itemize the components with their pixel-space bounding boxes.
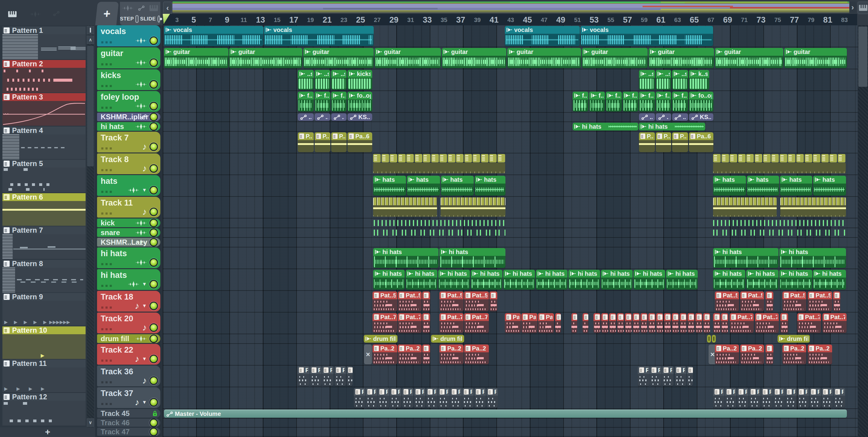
pattern-clip-narrow[interactable] xyxy=(680,313,687,333)
pattern-group-clip[interactable] xyxy=(373,197,437,217)
audio-clip-hats[interactable]: hats xyxy=(373,176,406,196)
pattern-collapse-button[interactable] xyxy=(87,26,94,34)
audio-clip-hi-hats[interactable]: hi hats xyxy=(666,270,698,290)
audio-clip--s[interactable]: ..s xyxy=(298,70,314,90)
note-ticks-clip[interactable] xyxy=(374,220,505,226)
audio-clip-guitar[interactable]: guitar xyxy=(229,48,302,68)
pattern-clip[interactable] xyxy=(571,313,577,333)
overview-minimap[interactable] xyxy=(173,1,849,13)
pattern-clip-narrow[interactable] xyxy=(695,313,702,333)
pattern-pill[interactable] xyxy=(456,154,464,162)
pattern-clip[interactable] xyxy=(687,366,693,386)
pattern-clip-p-[interactable]: P.. xyxy=(713,388,724,408)
automation-clip--r[interactable]: ..r xyxy=(672,113,688,121)
audio-clip-vocals[interactable]: vocals xyxy=(164,26,264,46)
mute-dots[interactable] xyxy=(101,85,113,87)
track-led[interactable] xyxy=(150,355,158,363)
pattern-clip[interactable] xyxy=(766,291,773,311)
pattern-clip-pat-7[interactable]: Pat..7 xyxy=(373,313,397,333)
pattern-item-4[interactable]: Pattern 4 xyxy=(2,127,86,159)
pattern-clip-p-[interactable]: P.. xyxy=(450,388,462,408)
scroll-right-button[interactable]: › xyxy=(849,1,856,13)
pattern-clip-pat-5[interactable]: Pat..5 xyxy=(373,291,397,311)
track-led[interactable] xyxy=(150,143,158,151)
pattern-pill[interactable] xyxy=(431,154,439,162)
pattern-header[interactable]: Pattern 11 xyxy=(2,360,86,367)
audio-clip-f-[interactable]: f.. xyxy=(331,92,347,112)
pattern-clip-p-[interactable]: P.. xyxy=(656,132,671,152)
pattern-clip-narrow[interactable] xyxy=(656,313,663,333)
pattern-item-12[interactable]: Pattern 12 xyxy=(2,393,86,426)
automation-clip--r[interactable]: ..r xyxy=(298,113,314,121)
pattern-clip-p-[interactable]: P.. xyxy=(809,388,821,408)
mute-dots[interactable] xyxy=(101,360,113,362)
audio-clip-hi-hats[interactable]: hi hats xyxy=(439,248,505,268)
track-header-snare-11[interactable]: snare xyxy=(97,228,160,237)
audio-clip-f-[interactable]: f.. xyxy=(315,92,330,112)
audio-clip-hi-hats[interactable]: hi hats xyxy=(813,270,846,290)
mute-dots[interactable] xyxy=(101,213,113,215)
pattern-clip-narrow[interactable] xyxy=(617,313,624,333)
track-header-vocals-0[interactable]: vocals xyxy=(97,25,160,46)
track-led[interactable] xyxy=(150,122,158,131)
track-header-kicks-2[interactable]: kicks xyxy=(97,69,160,90)
track-led[interactable] xyxy=(150,80,158,89)
pattern-pill[interactable] xyxy=(415,154,422,162)
track-led[interactable] xyxy=(150,428,158,436)
track-led[interactable] xyxy=(150,238,158,247)
master-volume-clip[interactable]: Master - Volume xyxy=(164,410,847,418)
pattern-pill[interactable] xyxy=(472,154,480,162)
audio-clip-guitar[interactable]: guitar xyxy=(164,48,228,68)
mute-dots[interactable] xyxy=(101,307,113,309)
muted-clip[interactable]: × xyxy=(364,344,372,364)
track-header-hi-hats-14[interactable]: hi hats▼ xyxy=(97,269,160,290)
pattern-clip[interactable] xyxy=(422,344,430,364)
audio-clip-hi-hats[interactable]: hi hats xyxy=(568,270,600,290)
audio-clip-hi-hats[interactable]: hi hats xyxy=(713,270,745,290)
audio-clip-hats[interactable]: hats xyxy=(407,176,440,196)
pattern-pill[interactable] xyxy=(746,154,754,162)
audio-clip--s[interactable]: ..s xyxy=(672,70,688,90)
track-header-track-11-9[interactable]: Track 11♪ xyxy=(97,197,160,218)
audio-clip-guitar[interactable]: guitar xyxy=(442,48,506,68)
audio-clip-hats[interactable]: hats xyxy=(713,176,746,196)
track-header-track-46-22[interactable]: Track 46 xyxy=(97,418,160,427)
track-header-track-8-7[interactable]: Track 8♪ xyxy=(97,153,160,174)
chevron-down-icon[interactable]: ▼ xyxy=(142,187,147,193)
audio-clip-fo-op[interactable]: fo..op xyxy=(347,92,372,112)
audio-clip-hats[interactable]: hats xyxy=(441,176,474,196)
audio-clip-hi-hats[interactable]: hi hats xyxy=(503,270,535,290)
pattern-clip-p-[interactable]: P.. xyxy=(639,132,655,152)
pattern-pill[interactable] xyxy=(780,154,787,162)
pattern-clip-pat-7[interactable]: Pat..7 xyxy=(521,313,537,333)
note-ticks-clip[interactable] xyxy=(374,230,505,236)
pattern-pill[interactable] xyxy=(713,154,721,162)
audio-clip-hi-hats[interactable]: hi hats xyxy=(779,270,812,290)
pattern-item-5[interactable]: Pattern 5 xyxy=(2,160,86,192)
audio-clip-hi-hats[interactable]: hi hats xyxy=(471,270,502,290)
track-header-track-20-16[interactable]: Track 20♪ xyxy=(97,313,160,333)
pattern-clip-pa-2[interactable]: Pa..2 xyxy=(373,344,397,364)
pattern-clip-p-[interactable]: P.. xyxy=(785,388,797,408)
pattern-clip[interactable] xyxy=(583,313,588,333)
automation-clip--r[interactable]: ..r xyxy=(315,113,330,121)
pattern-pill[interactable] xyxy=(721,154,729,162)
pattern-clip-pat-7[interactable]: Pat..7 xyxy=(398,313,422,333)
pattern-item-6[interactable]: Pattern 6 xyxy=(2,193,86,226)
automation-clip--r[interactable]: ..r xyxy=(331,113,347,121)
pattern-scroll-down-button[interactable]: ∨ xyxy=(87,418,94,427)
chevron-down-icon[interactable]: ▼ xyxy=(142,303,147,309)
audio-clip-guitar[interactable]: guitar xyxy=(375,48,441,68)
track-led[interactable] xyxy=(150,398,158,407)
audio-clip--s[interactable]: ..s xyxy=(656,70,671,90)
pattern-clip[interactable] xyxy=(347,366,352,386)
track-led[interactable] xyxy=(150,208,158,216)
playlist-area[interactable]: vocalsvocalsvocalsvocalsguitarguitarguit… xyxy=(163,25,858,437)
pattern-pill[interactable] xyxy=(498,154,505,162)
pattern-clip-pat-7[interactable]: Pat..7 xyxy=(505,313,521,333)
track-header-track-37-20[interactable]: Track 37♪▼ xyxy=(97,387,160,408)
pattern-header[interactable]: Pattern 10 xyxy=(2,326,86,334)
playlist-vertical-scrollbar[interactable] xyxy=(858,25,868,437)
pattern-group-clip[interactable] xyxy=(780,197,846,217)
audio-clip-k-s[interactable]: k..s xyxy=(689,70,709,90)
